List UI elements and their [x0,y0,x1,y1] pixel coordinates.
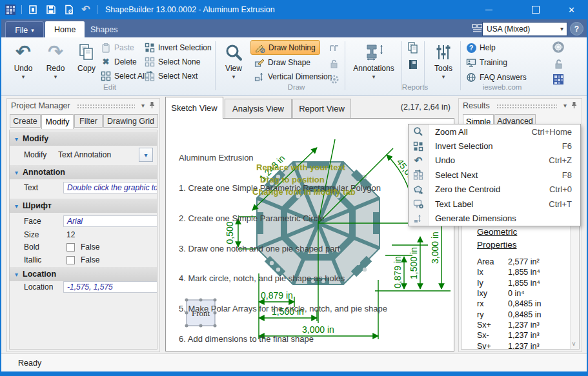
modify-value: Text Annotation [58,150,111,159]
svg-text:0,879 in: 0,879 in [392,256,403,288]
menu-item-select-next[interactable]: Select Next F8 [409,168,580,182]
view-button[interactable]: View ▾ [219,40,248,90]
tab-sketch-view[interactable]: Sketch View [165,97,223,119]
save-button[interactable] [44,3,58,17]
panel-menu-caret-icon[interactable]: ▾ [141,103,145,109]
panel-drag-handle[interactable] [77,104,135,108]
status-bar: Ready [0,353,588,372]
pm-tab-create[interactable]: Create [10,114,41,128]
invert-selection-button[interactable]: Invert Selection [145,41,212,54]
face-value-field[interactable]: Arial [63,215,157,227]
open-project-icon [28,5,38,15]
select-next-icon [145,71,155,81]
tab-home[interactable]: Home [45,21,85,37]
draw-group-label: Draw [258,83,334,91]
section-annotation[interactable]: ▾Annotation [10,165,157,179]
file-menu-button[interactable]: File▾ [5,21,44,39]
undo-menu-icon: ↶ [409,155,428,165]
witness-lines-icon[interactable] [329,43,340,54]
annotations-button[interactable]: Annotations ▾ [349,40,399,90]
edit-group-label: Edit [87,83,132,91]
scroll-down-icon[interactable]: ˅ [572,341,576,348]
select-none-button[interactable]: Select None [145,55,200,68]
training-icon [466,57,476,68]
vertical-dimension-button[interactable]: Vertical Dimension [254,70,332,83]
placeholder-overlay-line2: Drag to position [260,175,325,184]
select-next-button[interactable]: Select Next [145,70,198,83]
annotations-icon [362,41,385,63]
pm-tab-drawing-grid[interactable]: Drawing Grid [103,114,158,128]
section-font[interactable]: ▾Шрифт [10,199,157,213]
minimize-button[interactable] [474,0,503,19]
section-modify[interactable]: ▾Modify [10,132,157,146]
location-value-field[interactable]: -1,575, 1,575 [63,281,157,293]
training-button[interactable]: Training [466,56,507,69]
italic-value: False [81,255,99,264]
lock-dimension-icon[interactable] [329,58,340,70]
paste-icon [101,43,111,53]
units-dropdown[interactable]: USA (Mixed) ▾ [482,22,567,36]
redo-icon: ↷ [48,41,63,63]
redo-button[interactable]: ↷ Redo ▾ [40,40,71,90]
paste-button[interactable]: Paste [101,41,134,54]
draw-nothing-button[interactable]: Draw Nothing [250,40,320,55]
open-project-button[interactable] [26,3,40,17]
copy-report-icon[interactable] [407,41,420,54]
menu-item-zero-centroid[interactable]: Zero the Centroid Ctrl+0 [409,183,580,197]
tools-caret-icon: ▾ [442,74,445,80]
menu-item-invert-selection[interactable]: Invert Selection F6 [409,139,580,153]
section-collapse-icon2: ▾ [15,169,18,176]
draw-shape-button[interactable]: Draw Shape [254,56,310,69]
help-button[interactable]: ? Help [466,41,496,54]
delete-button[interactable]: ✖ Delete [101,55,137,68]
iesweb-group-label: iesweb.com [466,83,538,91]
bold-checkbox[interactable] [66,243,75,252]
results-pin-icon[interactable] [571,101,578,110]
copy-icon [78,41,95,63]
results-menu-caret-icon[interactable]: ▾ [563,103,567,109]
results-drag-handle[interactable] [496,104,557,108]
title-bar: ↶ ShapeBuilder 13.00.0002 - Aluminum Ext… [0,0,588,19]
report-book-icon[interactable] [407,58,420,71]
results-header: Results ▾ [459,99,582,113]
window-left-edge [0,19,1,371]
section-location[interactable]: ▾Location [10,267,157,281]
quick-undo-icon[interactable]: ↶ [79,3,93,17]
unlock-icon[interactable] [553,58,564,70]
window-title: ShapeBuilder 13.00.0002 - Aluminum Extru… [105,5,275,14]
pm-tab-filter[interactable]: Filter [74,114,103,128]
modify-dropdown-button[interactable]: ▾ [139,148,153,162]
pm-tab-modify[interactable]: Modify [41,114,74,129]
view-icon [224,41,243,63]
menu-item-generate-dimensions[interactable]: Generate Dimensions [409,211,580,225]
tab-report-view[interactable]: Report View [292,99,351,119]
italic-checkbox[interactable] [66,256,75,264]
svg-text:3,000 in: 3,000 in [430,232,440,264]
ies-logo-icon[interactable] [553,74,564,85]
menu-item-text-label[interactable]: Text Label Ctrl+T [409,197,580,211]
size-value[interactable]: 12 [66,230,75,239]
tab-analysis-view[interactable]: Analysis View [225,99,292,119]
result-row: rx0,8485 in [477,299,569,310]
result-row: Area2,577 in² [477,257,569,268]
text-value-field[interactable]: Double click the graphic to [63,182,157,193]
maximize-button[interactable] [521,0,551,19]
select-all-button[interactable]: Select All [101,70,146,83]
draw-shape-icon [254,57,265,68]
undo-button[interactable]: ↶ Undo ▾ [8,40,39,90]
life-ring-icon[interactable] [553,41,564,53]
menu-item-zoom-all[interactable]: Zoom All Ctrl+Home [409,124,580,139]
svg-text:1,500 in: 1,500 in [409,247,419,279]
help-icon: ? [466,43,476,53]
tab-shapes[interactable]: Shapes [81,21,127,37]
close-button[interactable]: ✕ [555,0,588,19]
select-next-menu-icon [409,170,428,180]
property-grid: ▾Modify Modify Text Annotation ▾ ▾Annota… [9,130,157,350]
tools-button[interactable]: Tools ▾ [428,40,459,90]
pin-icon[interactable] [148,101,156,110]
report-button[interactable] [62,3,76,17]
faq-answers-button[interactable]: FAQ Answers [466,71,527,84]
view-caret-icon: ▾ [232,74,236,80]
menu-item-undo[interactable]: ↶ Undo Ctrl+Z [409,153,580,168]
ribbon-help-button[interactable]: ? [570,22,583,35]
